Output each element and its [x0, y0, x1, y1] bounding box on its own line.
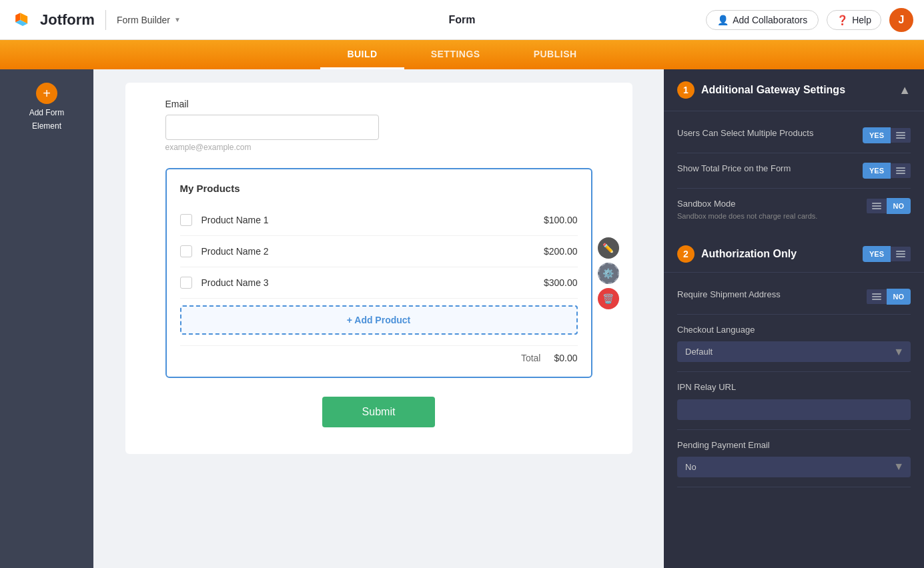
- form-title: Form: [449, 14, 476, 26]
- step2-header: 2 Authorization Only YES: [664, 236, 924, 273]
- question-icon: ❓: [837, 15, 848, 25]
- email-field-group: Email example@example.com: [165, 99, 592, 152]
- setting-row-sandbox: Sandbox Mode Sandbox mode does not charg…: [677, 189, 911, 229]
- email-input[interactable]: [165, 115, 379, 140]
- setting-row-checkout-lang: Checkout Language Default English Spanis…: [677, 315, 911, 372]
- edit-widget-button[interactable]: ✏️: [598, 237, 619, 259]
- product-row-1: Product Name 1 $100.00: [180, 205, 578, 236]
- total-label: Total: [521, 353, 541, 363]
- products-widget-container: My Products Product Name 1 $100.00 Produ…: [165, 168, 592, 378]
- setting-row-show-total: Show Total Price on the Form YES: [677, 153, 911, 189]
- email-placeholder-hint: example@example.com: [165, 143, 592, 152]
- products-widget: My Products Product Name 1 $100.00 Produ…: [165, 168, 592, 378]
- multiple-products-toggle: YES: [863, 127, 911, 143]
- setting-row-multiple-products: Users Can Select Multiple Products YES: [677, 118, 911, 153]
- left-sidebar: + Add Form Element: [0, 69, 93, 568]
- jotform-logo-icon: [11, 8, 35, 32]
- multiple-products-label: Users Can Select Multiple Products: [677, 127, 863, 139]
- submit-button[interactable]: Submit: [322, 397, 436, 427]
- email-label: Email: [165, 99, 592, 109]
- widget-actions: ✏️ ⚙️ 🗑️: [598, 237, 619, 309]
- setting-row-pending-payment: Pending Payment Email No Yes ▼: [677, 430, 911, 487]
- product-price-2: $200.00: [544, 246, 578, 257]
- auth-only-toggle-icon[interactable]: [891, 247, 911, 261]
- show-total-label: Show Total Price on the Form: [677, 163, 863, 175]
- bars-icon: [896, 132, 905, 139]
- person-icon: 👤: [717, 15, 729, 25]
- settings-panel-header: 1 Additional Gateway Settings ▲: [664, 69, 924, 111]
- settings-body: Users Can Select Multiple Products YES S…: [664, 111, 924, 236]
- avatar[interactable]: J: [889, 8, 913, 32]
- logo-text: Jotform: [40, 11, 95, 29]
- header-right: 👤 Add Collaborators ❓ Help J: [706, 8, 913, 32]
- auth-only-toggle: YES: [863, 246, 911, 262]
- product-row-2: Product Name 2 $200.00: [180, 236, 578, 267]
- product-name-1: Product Name 1: [201, 215, 544, 225]
- multiple-products-toggle-icon[interactable]: [891, 128, 911, 143]
- add-form-element-button[interactable]: + Add Form Element: [23, 76, 71, 137]
- settings-title-row: 1 Additional Gateway Settings: [677, 81, 845, 99]
- step2-badge: 2: [677, 245, 695, 263]
- shipment-toggle: NO: [867, 289, 911, 305]
- product-row-3: Product Name 3 $300.00: [180, 267, 578, 299]
- product-price-1: $100.00: [544, 215, 578, 225]
- bars-icon-5: [872, 293, 881, 300]
- sandbox-label-group: Sandbox Mode Sandbox mode does not charg…: [677, 198, 817, 220]
- tab-publish[interactable]: PUBLISH: [507, 40, 604, 69]
- help-button[interactable]: ❓ Help: [827, 10, 881, 30]
- product-checkbox-3[interactable]: [180, 277, 192, 289]
- product-checkbox-1[interactable]: [180, 214, 192, 226]
- plus-icon: +: [36, 83, 57, 104]
- sandbox-no-btn[interactable]: NO: [887, 198, 911, 214]
- collapse-button[interactable]: ▲: [899, 83, 911, 97]
- products-footer: Total $0.00: [180, 345, 578, 363]
- header-divider: [105, 10, 106, 30]
- products-title: My Products: [180, 183, 578, 194]
- show-total-yes-btn[interactable]: YES: [863, 163, 891, 179]
- ipn-relay-input[interactable]: [677, 399, 911, 420]
- ipn-label: IPN Relay URL: [677, 381, 911, 393]
- total-amount: $0.00: [554, 353, 577, 363]
- app-header: Jotform Form Builder ▼ Form 👤 Add Collab…: [0, 0, 924, 40]
- pending-payment-select-wrapper: No Yes ▼: [677, 457, 911, 477]
- shipment-no-btn[interactable]: NO: [887, 289, 911, 305]
- sandbox-toggle-icon[interactable]: [867, 199, 887, 213]
- bars-icon-4: [896, 251, 905, 257]
- chevron-down-icon: ▼: [174, 16, 181, 23]
- add-product-button[interactable]: + Add Product: [180, 305, 578, 335]
- main-layout: + Add Form Element Email example@example…: [0, 69, 924, 568]
- sandbox-label: Sandbox Mode: [677, 198, 817, 210]
- shipment-label: Require Shipment Address: [677, 289, 867, 301]
- add-collaborators-button[interactable]: 👤 Add Collaborators: [706, 10, 819, 30]
- auth-only-yes-btn[interactable]: YES: [863, 246, 891, 262]
- pending-payment-label: Pending Payment Email: [677, 439, 911, 451]
- shipment-toggle-icon[interactable]: [867, 289, 887, 304]
- setting-row-ipn: IPN Relay URL: [677, 372, 911, 429]
- pending-payment-select[interactable]: No Yes: [677, 457, 911, 477]
- bars-icon-3: [872, 203, 881, 209]
- right-sidebar: 1 Additional Gateway Settings ▲ Users Ca…: [664, 69, 924, 568]
- step1-badge: 1: [677, 81, 695, 99]
- checkout-lang-select[interactable]: Default English Spanish French German: [677, 341, 911, 362]
- settings-body-2: Require Shipment Address NO Checkout Lan…: [664, 273, 924, 494]
- form-canvas: Email example@example.com My Products Pr…: [93, 69, 664, 568]
- logo-area: Jotform: [11, 8, 95, 32]
- form-builder-dropdown[interactable]: Form Builder ▼: [117, 15, 181, 25]
- show-total-toggle-icon[interactable]: [891, 163, 911, 178]
- settings-panel-title: Additional Gateway Settings: [701, 84, 845, 96]
- settings-widget-button[interactable]: ⚙️: [598, 263, 619, 284]
- setting-row-shipment: Require Shipment Address NO: [677, 279, 911, 315]
- checkout-lang-select-wrapper: Default English Spanish French German ▼: [677, 341, 911, 362]
- add-element-label-line2: Element: [32, 121, 61, 131]
- delete-widget-button[interactable]: 🗑️: [598, 288, 619, 309]
- nav-tabs: BUILD SETTINGS PUBLISH: [0, 40, 924, 69]
- sandbox-sublabel: Sandbox mode does not charge real cards.: [677, 212, 817, 220]
- tab-build[interactable]: BUILD: [320, 40, 404, 69]
- tab-settings[interactable]: SETTINGS: [404, 40, 507, 69]
- checkout-lang-label: Checkout Language: [677, 324, 911, 336]
- show-total-toggle: YES: [863, 163, 911, 179]
- step2-label: Authorization Only: [701, 248, 797, 260]
- form-card: Email example@example.com My Products Pr…: [125, 83, 632, 454]
- product-checkbox-2[interactable]: [180, 245, 192, 257]
- multiple-products-yes-btn[interactable]: YES: [863, 127, 891, 143]
